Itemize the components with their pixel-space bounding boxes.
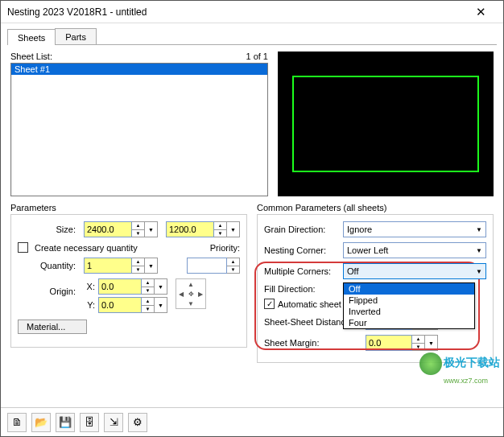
open-icon[interactable]: 📂 [31,413,51,432]
priority-label: Priority: [210,243,240,253]
tab-sheets[interactable]: Sheets [7,29,56,45]
dropdown-option[interactable]: Four [344,317,474,328]
origin-label: Origin: [18,278,81,296]
size-height-input[interactable]: 1200.0 [166,221,214,237]
new-icon[interactable]: 🗎 [7,413,27,432]
size-width-dropdown[interactable]: ▼ [145,221,158,237]
sheet-list[interactable]: Sheet #1 [10,63,268,196]
multiple-corners-dropdown-list[interactable]: Off Flipped Inverted Four [343,282,475,329]
automatic-sheet-checkbox[interactable]: ✓ [264,299,275,309]
window-title: Nesting 2023 V2018R1 - untitled [7,6,465,18]
saveas-icon[interactable]: 🗄 [80,413,99,432]
nesting-corner-select[interactable]: Lower Left▼ [343,242,486,258]
origin-y-input[interactable]: 0.0 [98,297,142,313]
dropdown-option[interactable]: Off [344,283,474,295]
priority-spinner[interactable]: ▲▼ [227,258,240,274]
move-origin-grid[interactable]: ▲ ◀✥▶ ▼ [176,278,206,309]
priority-input[interactable] [187,258,227,274]
multiple-corners-select[interactable]: Off▼ [343,263,486,279]
origin-y-spinner[interactable]: ▲▼ [142,297,155,313]
material-button[interactable]: Material... [18,320,87,334]
multiple-corners-label: Multiple Corners: [264,266,343,276]
dropdown-option[interactable]: Flipped [344,295,474,306]
chevron-down-icon: ▼ [476,247,482,254]
origin-y-dropdown[interactable]: ▼ [155,297,167,313]
grain-direction-label: Grain Direction: [264,225,343,234]
save-icon[interactable]: 💾 [56,413,75,432]
origin-x-dropdown[interactable]: ▼ [155,278,167,295]
create-quantity-label: Create necessary quantity [35,243,138,253]
quantity-label: Quantity: [18,261,81,270]
sheet-list-label: Sheet List: [10,52,52,61]
chevron-down-icon: ▼ [476,226,482,233]
dropdown-option[interactable]: Inverted [344,306,474,317]
common-parameters-label: Common Parameters (all sheets) [257,203,494,212]
origin-x-input[interactable]: 0.0 [98,278,142,295]
preview-rect [292,76,479,172]
nesting-corner-label: Nesting Corner: [264,245,343,255]
sheet-preview [278,52,494,196]
tab-parts[interactable]: Parts [55,28,97,44]
parameters-label: Parameters [10,203,247,212]
list-item[interactable]: Sheet #1 [11,64,267,75]
size-height-dropdown[interactable]: ▼ [227,221,240,237]
export-icon[interactable]: ⇲ [104,413,123,432]
size-width-spinner[interactable]: ▲▼ [132,221,145,237]
sheet-margin-input[interactable]: 0.0 [366,335,412,351]
fill-direction-label: Fill Direction: [264,284,343,294]
size-label: Size: [18,225,81,234]
x-label: X: [84,282,95,291]
y-label: Y: [84,300,95,310]
size-height-spinner[interactable]: ▲▼ [214,221,227,237]
quantity-spinner[interactable]: ▲▼ [132,258,145,274]
margin-dropdown[interactable]: ▼ [425,335,438,351]
quantity-input[interactable]: 1 [84,258,132,274]
settings-icon[interactable]: ⚙ [128,413,147,432]
margin-spinner[interactable]: ▲▼ [412,335,425,351]
origin-x-spinner[interactable]: ▲▼ [142,278,155,295]
create-quantity-checkbox[interactable] [18,242,28,253]
size-width-input[interactable]: 2400.0 [84,221,132,237]
close-icon[interactable]: ✕ [465,5,497,19]
quantity-dropdown[interactable]: ▼ [145,258,158,274]
sheet-list-counter: 1 of 1 [246,52,268,61]
sheet-margin-label: Sheet Margin: [264,338,366,348]
grain-direction-select[interactable]: Ignore▼ [343,221,486,237]
chevron-down-icon: ▼ [476,268,482,275]
automatic-sheet-label: Automatic sheet [278,299,341,309]
